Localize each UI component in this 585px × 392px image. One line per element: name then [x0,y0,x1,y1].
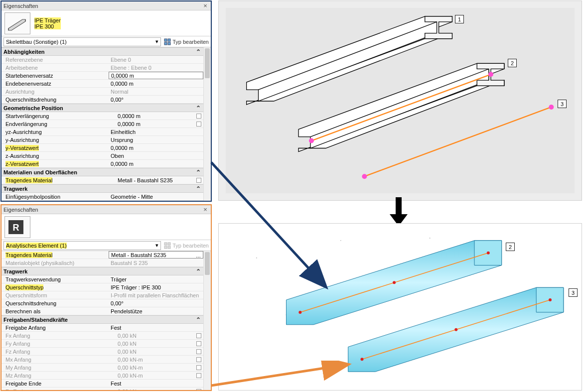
checkbox[interactable] [196,114,201,119]
property-value[interactable]: Geometrie - Mitte [109,193,203,201]
element-tag[interactable]: 3 [569,288,578,297]
property-row[interactable]: Freigabe EndeFest [1,380,211,388]
checkbox[interactable] [196,349,201,354]
collapse-icon[interactable]: ⌃ [196,316,201,323]
property-row[interactable]: Tragendes MaterialMetall - Baustahl S235 [1,176,211,184]
property-value[interactable]: Metall - Baustahl S235 [109,176,203,184]
property-row[interactable]: EinfügesymbolpositionGeometrie - Mitte [1,193,211,201]
property-value[interactable]: 0,00 kN [109,332,203,340]
property-value[interactable]: 0,0000 m [109,72,203,79]
property-value[interactable]: 0,00 kN [109,340,203,348]
collapse-icon[interactable]: ⌃ [196,105,201,112]
property-row[interactable]: yz-AusrichtungEinheitlich [1,128,211,136]
checkbox[interactable] [196,333,201,338]
property-value[interactable]: Träger [109,275,203,283]
type-selector[interactable]: IPE Träger IPE 300 [1,10,211,36]
property-value[interactable]: 0,0000 m [109,80,203,88]
property-row[interactable]: Tragendes MaterialMetall - Baustahl S235… [1,251,211,259]
property-row[interactable]: Fx Ende0,00 kN [1,388,211,390]
instance-filter[interactable]: Analytisches Element (1) ▾ [3,241,161,250]
property-row[interactable]: AusrichtungNormal [1,88,211,96]
scroll-thumb[interactable] [205,48,210,78]
element-tag[interactable]: 3 [558,100,567,108]
property-value[interactable]: 0,00 kN-m [109,372,203,380]
checkbox[interactable] [196,357,201,362]
group-header[interactable]: Tragwerk⌃ [1,184,211,193]
group-header[interactable]: Abhängigkeiten⌃ [1,47,211,56]
property-row[interactable]: Materialobjekt (physikalisch)Baustahl S … [1,259,211,267]
collapse-icon[interactable]: ⌃ [196,185,201,192]
property-value[interactable]: Ursprung [109,136,203,144]
group-header[interactable]: Freigaben/Stabendkräfte⌃ [1,315,211,324]
property-value[interactable]: 0,0000 m [109,120,203,128]
property-value[interactable]: 0,0000 m [109,144,203,152]
property-row[interactable]: Endverlängerung0,0000 m [1,120,211,128]
property-value[interactable]: 0,00 kN [109,388,203,390]
property-row[interactable]: Freigabe AnfangFest [1,324,211,332]
property-row[interactable]: ReferenzebeneEbene 0 [1,56,211,64]
type-selector[interactable]: R [1,214,211,240]
property-row[interactable]: My Anfang0,00 kN-m [1,364,211,372]
element-tag[interactable]: 1 [455,15,464,23]
property-row[interactable]: z-Versatzwert0,0000 m [1,160,211,168]
property-row[interactable]: Mx Anfang0,00 kN-m [1,356,211,364]
group-header[interactable]: Tragwerk⌃ [1,267,211,275]
property-row[interactable]: ArbeitsebeneEbene : Ebene 0 [1,64,211,72]
property-value[interactable]: 0,00 kN-m [109,356,203,364]
property-row[interactable]: Fz Anfang0,00 kN [1,348,211,356]
property-value[interactable]: Fest [109,380,203,388]
property-row[interactable]: Startverlängerung0,0000 m [1,112,211,120]
browse-icon[interactable]: … [196,253,201,258]
property-row[interactable]: Fy Anfang0,00 kN [1,340,211,348]
property-value[interactable]: Einheitlich [109,128,203,136]
element-tag[interactable]: 2 [508,59,517,67]
property-row[interactable]: QuerschnittstypIPE Träger : IPE 300 [1,283,211,291]
group-header[interactable]: Geometrische Position⌃ [1,104,211,112]
property-value[interactable]: Ebene 0 [109,56,203,64]
property-row[interactable]: Querschnittsdrehung0,00° [1,299,211,307]
property-value[interactable]: 0,00° [109,299,203,307]
property-row[interactable]: y-AusrichtungUrsprung [1,136,211,144]
checkbox[interactable] [196,341,201,346]
group-header[interactable]: Materialien und Oberflächen⌃ [1,168,211,176]
instance-filter[interactable]: Skelettbau (Sonstige) (1) ▾ [3,37,161,46]
property-row[interactable]: Fx Anfang0,00 kN [1,332,211,340]
property-value[interactable]: Oben [109,152,203,160]
property-row[interactable]: Endebenenversatz0,0000 m [1,80,211,88]
close-icon[interactable]: × [202,206,209,213]
collapse-icon[interactable]: ⌃ [196,48,201,55]
checkbox[interactable] [196,365,201,370]
property-value[interactable]: IPE Träger : IPE 300 [109,283,203,291]
property-row[interactable]: TragwerksverwendungTräger [1,275,211,283]
property-row[interactable]: QuerschnittsformI-Profil mit parallelen … [1,291,211,299]
property-value[interactable]: Pendelstütze [109,307,203,315]
property-value[interactable]: I-Profil mit parallelen Flanschflächen [109,291,203,299]
group-name: Geometrische Position [3,105,63,111]
checkbox[interactable] [196,389,201,390]
collapse-icon[interactable]: ⌃ [196,268,201,275]
svg-rect-3 [164,39,167,41]
property-row[interactable]: z-AusrichtungOben [1,152,211,160]
property-row[interactable]: y-Versatzwert0,0000 m [1,144,211,152]
property-value[interactable]: 0,0000 m [109,160,203,168]
property-row[interactable]: Berechnen alsPendelstütze [1,307,211,315]
property-value[interactable]: Ebene : Ebene 0 [109,64,203,72]
property-value[interactable]: Metall - Baustahl S235… [109,251,203,259]
property-value[interactable]: 0,00 kN [109,348,203,356]
checkbox[interactable] [196,373,201,378]
property-row[interactable]: Startebenenversatz0,0000 m [1,72,211,80]
property-value[interactable]: Baustahl S 235 [109,259,203,267]
property-value[interactable]: Normal [109,88,203,96]
close-icon[interactable]: × [202,2,209,9]
checkbox[interactable] [196,178,201,183]
checkbox[interactable] [196,122,201,127]
property-row[interactable]: Mz Anfang0,00 kN-m [1,372,211,380]
element-tag[interactable]: 2 [506,243,515,251]
property-value[interactable]: 0,0000 m [109,112,203,120]
property-row[interactable]: Querschnittsdrehung0,00° [1,96,211,104]
property-value[interactable]: 0,00 kN-m [109,364,203,372]
property-value[interactable]: Fest [109,324,203,332]
edit-type-button[interactable]: Typ bearbeiten [164,38,209,45]
collapse-icon[interactable]: ⌃ [196,169,201,176]
property-value[interactable]: 0,00° [109,96,203,104]
